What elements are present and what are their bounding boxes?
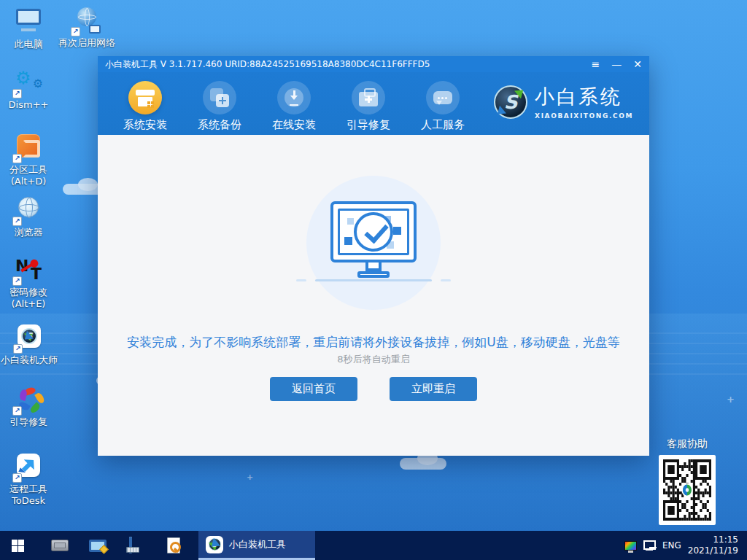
- desktop-icon-dism[interactable]: ⚙⚙ ↗ Dism++: [0, 69, 57, 111]
- xiaobai-swirl-logo-icon: S: [494, 85, 527, 119]
- checkmark-icon: [354, 212, 393, 252]
- shortcut-arrow-icon: ↗: [12, 89, 22, 98]
- desktop-icon-password-change[interactable]: N T ↗ 密码修改 (Alt+E): [0, 257, 57, 309]
- desktop-icon-label: 密码修改: [9, 287, 47, 298]
- this-pc-icon: [14, 9, 43, 36]
- tab-label: 在线安装: [257, 118, 331, 132]
- desktop-icon-label: 远程工具: [9, 483, 47, 494]
- desktop-icon-boot-repair[interactable]: ↗ 引导修复: [0, 386, 57, 428]
- customer-service-qr-code: [659, 455, 716, 525]
- close-icon[interactable]: ✕: [633, 59, 642, 69]
- taskbar-icon-search-tool[interactable]: [158, 531, 190, 560]
- tab-online-install[interactable]: 在线安装: [257, 72, 331, 135]
- shortcut-arrow-icon: ↗: [12, 217, 22, 226]
- language-indicator[interactable]: ENG: [662, 540, 681, 551]
- restart-now-button[interactable]: 立即重启: [390, 377, 477, 401]
- tab-system-install[interactable]: 系统安装: [108, 72, 182, 135]
- nt-password-key-icon: N T ↗: [14, 257, 43, 284]
- desktop-icon-sublabel: ToDesk: [12, 495, 45, 506]
- tab-boot-repair[interactable]: 引导修复: [331, 72, 406, 135]
- tab-customer-service[interactable]: 人工服务: [406, 72, 480, 135]
- sparkle: +: [727, 394, 735, 405]
- install-complete-message: 安装完成，为了不影响系统部署，重启前请将外接设备拔掉，例如U盘，移动硬盘，光盘等: [98, 334, 649, 351]
- browser-globe-icon: ↗: [14, 197, 43, 225]
- shortcut-arrow-icon: ↗: [12, 276, 22, 286]
- pinwheel-icon: ↗: [14, 386, 43, 414]
- active-task-label: 小白装机工具: [229, 538, 286, 551]
- todesk-icon: ↗: [14, 454, 43, 481]
- desktop-icon-label: Dism++: [0, 99, 57, 111]
- qr-panel-title: 客服协助: [659, 438, 716, 451]
- system-tray: ENG 11:15 2021/11/19: [624, 531, 747, 560]
- window-header: 系统安装 系统备份 在线安装 引导修复 人工服务 S: [98, 72, 649, 135]
- taskbar: S 小白装机工具 ENG 11:15 2021/11/19: [0, 531, 747, 560]
- shortcut-arrow-icon: ↗: [71, 27, 80, 36]
- monitor-tool-icon: [89, 540, 107, 552]
- document-magnifier-icon: [167, 537, 180, 553]
- tab-system-backup[interactable]: 系统备份: [182, 72, 257, 135]
- keyboard-monitor-icon: [126, 538, 145, 553]
- shortcut-arrow-icon: ↗: [12, 473, 22, 483]
- windows-logo-icon: [12, 540, 24, 552]
- tab-label: 系统备份: [182, 118, 257, 132]
- desktop: { "colors": { "accent_blue": "#1E7CD4", …: [0, 0, 747, 560]
- desktop-icon-sublabel: (Alt+E): [12, 298, 46, 309]
- window-content: 安装完成，为了不影响系统部署，重启前请将外接设备拔掉，例如U盘，移动硬盘，光盘等…: [98, 135, 649, 456]
- taskbar-icon-cpu-chip[interactable]: [44, 531, 76, 560]
- chat-bubble-icon: [426, 81, 460, 114]
- desktop-icon-sublabel: (Alt+D): [11, 176, 47, 187]
- cloud: [400, 458, 446, 470]
- desktop-icon-label: 此电脑: [0, 39, 57, 50]
- tab-label: 人工服务: [406, 118, 480, 132]
- desktop-icon-this-pc[interactable]: 此电脑: [0, 6, 57, 50]
- tray-time: 11:15: [688, 534, 738, 545]
- download-icon: [277, 81, 311, 114]
- backup-windows-icon: [203, 81, 236, 114]
- partition-tool-icon: ↗: [14, 134, 43, 162]
- xiaobai-tool-window: 小白装机工具 V 3.1.717.460 URID:88A24525169518…: [98, 56, 649, 456]
- customer-service-panel: 客服协助: [659, 438, 716, 525]
- tray-date: 2021/11/19: [688, 545, 738, 556]
- brand-title: 小白系统: [535, 84, 633, 110]
- ground-line: [315, 279, 432, 281]
- shortcut-arrow-icon: ↗: [12, 406, 22, 416]
- window-title: 小白装机工具 V 3.1.717.460 URID:88A24525169518…: [105, 58, 592, 71]
- desktop-icon-label: 分区工具: [9, 164, 47, 175]
- start-button[interactable]: [0, 531, 35, 560]
- display-color-icon[interactable]: [624, 541, 637, 551]
- sparkle: +: [247, 472, 253, 482]
- brand-logo: S 小白系统 XIAOBAIXITONG.COM: [494, 84, 633, 120]
- network-status-icon[interactable]: [643, 540, 656, 551]
- back-home-button[interactable]: 返回首页: [270, 377, 357, 401]
- window-titlebar[interactable]: 小白装机工具 V 3.1.717.460 URID:88A24525169518…: [98, 56, 649, 72]
- chip-icon: [51, 540, 69, 551]
- desktop-icon-label: 引导修复: [0, 416, 57, 428]
- shortcut-arrow-icon: ↗: [12, 154, 22, 163]
- taskbar-clock[interactable]: 11:15 2021/11/19: [688, 534, 741, 556]
- desktop-icon-label: 再次启用网络: [58, 37, 115, 49]
- network-globe-icon: ↗: [72, 7, 101, 35]
- shortcut-arrow-icon: ↗: [13, 344, 23, 354]
- success-illustration: [306, 176, 441, 310]
- desktop-icon-todesk[interactable]: ↗ 远程工具 ToDesk: [0, 452, 57, 506]
- xiaobai-app-icon: S: [206, 536, 223, 553]
- gears-icon: ⚙⚙ ↗: [14, 69, 43, 97]
- toolbox-icon: [352, 81, 385, 114]
- desktop-icon-browser[interactable]: ↗ 浏览器: [0, 195, 57, 238]
- taskbar-icon-display-tool[interactable]: [82, 531, 114, 560]
- desktop-icon-re-enable-network[interactable]: ↗ 再次启用网络: [58, 6, 115, 49]
- taskbar-active-task[interactable]: S 小白装机工具: [198, 531, 315, 560]
- minimize-icon[interactable]: —: [611, 59, 622, 69]
- desktop-icon-xiaobai-master[interactable]: S ↗ 小白装机大师: [0, 323, 60, 366]
- brand-subtitle: XIAOBAIXITONG.COM: [535, 112, 633, 120]
- menu-icon[interactable]: ≡: [592, 59, 600, 69]
- tab-label: 系统安装: [108, 118, 182, 132]
- restart-countdown: 8秒后将自动重启: [98, 353, 649, 366]
- tab-label: 引导修复: [331, 118, 406, 132]
- desktop-icon-partition-tool[interactable]: ↗ 分区工具 (Alt+D): [0, 133, 57, 187]
- desktop-icon-label: 浏览器: [0, 227, 57, 238]
- taskbar-icon-on-screen-keyboard[interactable]: [120, 531, 152, 560]
- xiaobai-logo-icon: S ↗: [15, 324, 44, 352]
- desktop-icon-label: 小白装机大师: [0, 354, 60, 366]
- package-box-icon: [128, 81, 162, 114]
